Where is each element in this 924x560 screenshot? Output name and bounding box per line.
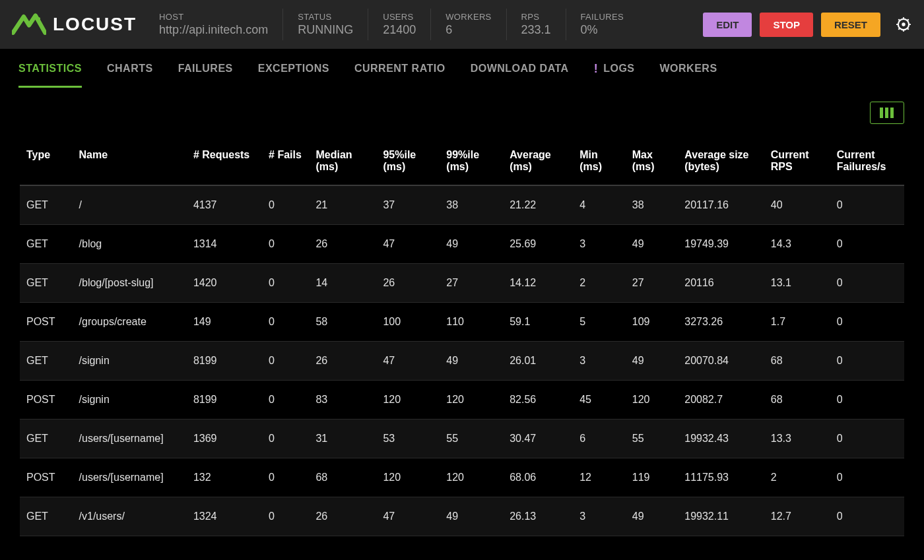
tab-failures[interactable]: FAILURES xyxy=(178,49,233,88)
failures-value: 0% xyxy=(581,23,624,37)
cell-name: /users/[username] xyxy=(73,420,187,458)
cell-min: 3 xyxy=(573,497,626,536)
col-min[interactable]: Min (ms) xyxy=(573,137,626,185)
cell-name: /signin xyxy=(73,342,187,381)
cell-avg_size: 19932.11 xyxy=(678,497,764,536)
col-median[interactable]: Median (ms) xyxy=(309,137,376,185)
cell-type: POST xyxy=(20,458,73,497)
cell-fails: 0 xyxy=(262,185,309,225)
cell-current_fails: 0 xyxy=(830,185,904,225)
cell-max: 49 xyxy=(626,497,678,536)
cell-avg_size: 3273.26 xyxy=(678,303,764,342)
stat-failures: FAILURES 0% xyxy=(566,9,638,40)
table-row: GET/blog/[post-slug]1420014262714.122272… xyxy=(20,264,904,303)
cell-current_fails: 0 xyxy=(830,381,904,420)
stat-status: STATUS RUNNING xyxy=(282,9,368,40)
cell-current_rps: 2 xyxy=(764,458,830,497)
settings-icon[interactable] xyxy=(895,16,912,33)
cell-max: 38 xyxy=(626,185,678,225)
cell-requests: 132 xyxy=(187,458,262,497)
rps-value: 233.1 xyxy=(521,23,551,37)
tab-statistics[interactable]: STATISTICS xyxy=(18,49,82,88)
tab-download-data[interactable]: DOWNLOAD DATA xyxy=(471,49,569,88)
cell-p99: 110 xyxy=(440,303,503,342)
header-bar: LOCUST HOST http://api.initech.com STATU… xyxy=(0,0,924,49)
cell-median: 58 xyxy=(309,303,376,342)
cell-p95: 120 xyxy=(376,381,440,420)
cell-name: / xyxy=(73,185,187,225)
cell-min: 3 xyxy=(573,225,626,264)
svg-rect-4 xyxy=(885,108,888,118)
cell-min: 3 xyxy=(573,342,626,381)
cell-avg: 82.56 xyxy=(503,381,573,420)
col-current-rps[interactable]: Current RPS xyxy=(764,137,830,185)
failures-label: FAILURES xyxy=(581,12,624,22)
cell-avg: 14.12 xyxy=(503,264,573,303)
status-value: RUNNING xyxy=(298,23,353,37)
cell-min: 2 xyxy=(573,264,626,303)
cell-fails: 0 xyxy=(262,381,309,420)
col-name[interactable]: Name xyxy=(73,137,187,185)
cell-requests: 8199 xyxy=(187,381,262,420)
cell-requests: 1369 xyxy=(187,420,262,458)
stop-button[interactable]: STOP xyxy=(760,13,813,37)
cell-type: GET xyxy=(20,185,73,225)
cell-p95: 47 xyxy=(376,497,440,536)
cell-type: GET xyxy=(20,225,73,264)
tab-workers[interactable]: WORKERS xyxy=(660,49,717,88)
col-type[interactable]: Type xyxy=(20,137,73,185)
cell-type: GET xyxy=(20,497,73,536)
cell-max: 55 xyxy=(626,420,678,458)
tab-charts[interactable]: CHARTS xyxy=(107,49,153,88)
cell-current_rps: 13.3 xyxy=(764,420,830,458)
cell-current_fails: 0 xyxy=(830,264,904,303)
reset-button[interactable]: RESET xyxy=(821,13,880,37)
col-p99[interactable]: 99%ile (ms) xyxy=(440,137,503,185)
cell-avg_size: 20070.84 xyxy=(678,342,764,381)
col-requests[interactable]: # Requests xyxy=(187,137,262,185)
cell-current_rps: 68 xyxy=(764,381,830,420)
cell-type: POST xyxy=(20,381,73,420)
col-fails[interactable]: # Fails xyxy=(262,137,309,185)
cell-min: 6 xyxy=(573,420,626,458)
workers-value: 6 xyxy=(446,23,491,37)
cell-p99: 49 xyxy=(440,497,503,536)
cell-current_fails: 0 xyxy=(830,497,904,536)
tab-current-ratio[interactable]: CURRENT RATIO xyxy=(354,49,446,88)
columns-button[interactable] xyxy=(870,102,904,124)
cell-type: POST xyxy=(20,303,73,342)
cell-p95: 100 xyxy=(376,303,440,342)
cell-p99: 27 xyxy=(440,264,503,303)
cell-median: 68 xyxy=(309,458,376,497)
cell-current_rps: 1.7 xyxy=(764,303,830,342)
cell-p95: 37 xyxy=(376,185,440,225)
alert-icon: ! xyxy=(594,62,599,76)
users-label: USERS xyxy=(383,12,416,22)
edit-button[interactable]: EDIT xyxy=(703,13,752,37)
cell-requests: 149 xyxy=(187,303,262,342)
cell-type: GET xyxy=(20,420,73,458)
col-average[interactable]: Average (ms) xyxy=(503,137,573,185)
stat-rps: RPS 233.1 xyxy=(506,9,566,40)
cell-p99: 38 xyxy=(440,185,503,225)
col-avg-size[interactable]: Average size (bytes) xyxy=(678,137,764,185)
table-row: GET/signin8199026474926.0134920070.84680 xyxy=(20,342,904,381)
cell-name: /signin xyxy=(73,381,187,420)
tab-exceptions[interactable]: EXCEPTIONS xyxy=(258,49,329,88)
locust-icon xyxy=(12,11,46,38)
cell-name: /blog/[post-slug] xyxy=(73,264,187,303)
stat-workers: WORKERS 6 xyxy=(430,9,506,40)
cell-type: GET xyxy=(20,342,73,381)
cell-current_rps: 40 xyxy=(764,185,830,225)
cell-requests: 1314 xyxy=(187,225,262,264)
table-row: GET/v1/users/1324026474926.1334919932.11… xyxy=(20,497,904,536)
col-current-fails[interactable]: Current Failures/s xyxy=(830,137,904,185)
col-p95[interactable]: 95%ile (ms) xyxy=(376,137,440,185)
cell-avg: 21.22 xyxy=(503,185,573,225)
cell-min: 5 xyxy=(573,303,626,342)
col-max[interactable]: Max (ms) xyxy=(626,137,678,185)
header-actions: EDIT STOP RESET xyxy=(703,13,912,37)
cell-current_rps: 14.3 xyxy=(764,225,830,264)
tab-logs[interactable]: ! LOGS xyxy=(594,49,635,89)
status-label: STATUS xyxy=(298,12,353,22)
